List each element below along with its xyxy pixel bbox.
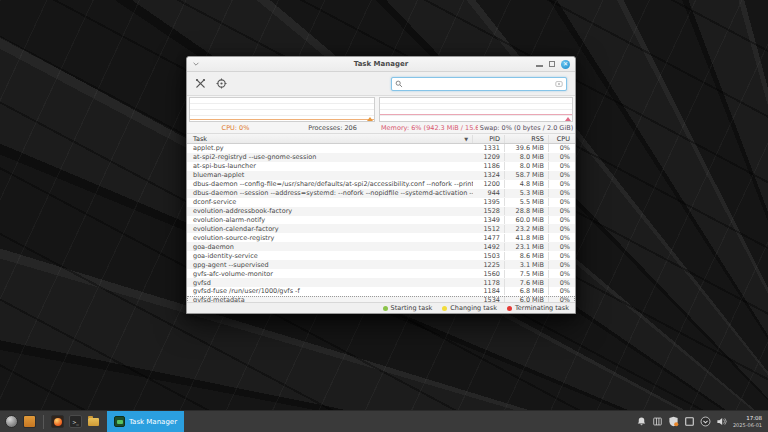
task-manager-app-icon (114, 416, 125, 427)
cell-rss: 7.6 MiB (505, 279, 549, 287)
status-circle-icon[interactable] (700, 416, 711, 427)
terminating-task-dot-icon (507, 306, 512, 311)
table-row[interactable]: gvfsd11787.6 MiB0% (187, 278, 575, 287)
identify-window-icon[interactable] (216, 78, 227, 89)
cell-cpu: 0% (549, 180, 575, 188)
close-button[interactable]: ✕ (561, 60, 570, 69)
cell-pid: 1512 (473, 225, 505, 233)
table-row[interactable]: gvfs-afc-volume-monitor15607.5 MiB0% (187, 269, 575, 278)
cell-task: applet.py (187, 144, 473, 152)
cell-task: evolution-alarm-notify (187, 216, 473, 224)
table-row[interactable]: dconf-service13955.5 MiB0% (187, 198, 575, 207)
cell-cpu: 0% (549, 270, 575, 278)
cell-task: evolution-addressbook-factory (187, 207, 473, 215)
minimize-button[interactable] (536, 65, 543, 67)
desktop: Task Manager ✕ (0, 0, 768, 432)
cell-cpu: 0% (549, 207, 575, 215)
cell-pid: 1200 (473, 180, 505, 188)
cell-cpu: 0% (549, 189, 575, 197)
table-row[interactable]: evolution-alarm-notify134960.0 MiB0% (187, 216, 575, 225)
cell-task: goa-identity-service (187, 252, 473, 260)
swap-stat-label: Swap: 0% (0 bytes / 2.0 GiB) (478, 124, 575, 132)
legend-starting-task: Starting task (383, 304, 433, 312)
cell-task: at-spi-bus-launcher (187, 162, 473, 170)
terminal-icon[interactable]: >_ (69, 415, 82, 428)
table-row[interactable]: evolution-addressbook-factory152828.8 Mi… (187, 207, 575, 216)
memory-usage-line (380, 114, 572, 115)
table-row[interactable]: blueman-applet132458.7 MiB0% (187, 171, 575, 180)
cell-rss: 3.1 MiB (505, 261, 549, 269)
process-table-body: applet.py133139.6 MiB0%at-spi2-registryd… (187, 144, 575, 302)
cell-pid: 1209 (473, 153, 505, 161)
cell-task: gvfsd (187, 279, 473, 287)
cell-task: at-spi2-registryd --use-gnome-session (187, 153, 473, 161)
cell-cpu: 0% (549, 162, 575, 170)
taskbar-window-button[interactable]: Task Manager (107, 411, 184, 432)
table-row[interactable]: at-spi-bus-launcher11868.0 MiB0% (187, 162, 575, 171)
clear-search-icon[interactable] (555, 80, 563, 88)
update-shield-icon[interactable] (668, 416, 679, 427)
table-row[interactable]: gvfsd-fuse /run/user/1000/gvfs -f11846.8… (187, 287, 575, 296)
cell-rss: 39.6 MiB (505, 144, 549, 152)
cell-task: gvfsd-fuse /run/user/1000/gvfs -f (187, 287, 473, 295)
table-row[interactable]: goa-identity-service15038.6 MiB0% (187, 251, 575, 260)
table-row[interactable]: dbus-daemon --session --address=systemd:… (187, 189, 575, 198)
cell-task: evolution-source-registry (187, 234, 473, 242)
search-box[interactable] (391, 77, 567, 91)
table-row[interactable]: at-spi2-registryd --use-gnome-session120… (187, 153, 575, 162)
table-header: Task ▼ PID RSS CPU (187, 133, 575, 144)
memory-stat-label: Memory: 6% (942.3 MiB / 15.6 GiB) (381, 124, 478, 132)
column-header-pid[interactable]: PID (473, 135, 505, 143)
cell-rss: 23.2 MiB (505, 225, 549, 233)
volume-icon[interactable] (716, 416, 727, 427)
cell-rss: 4.8 MiB (505, 180, 549, 188)
cell-cpu: 0% (549, 198, 575, 206)
cpu-usage-line (190, 119, 374, 120)
clock[interactable]: 17:08 2025-06-01 (731, 415, 768, 428)
table-row[interactable]: dbus-daemon --config-file=/usr/share/def… (187, 180, 575, 189)
firefox-icon[interactable] (51, 415, 64, 428)
task-column-label: Task (193, 135, 207, 143)
task-manager-window: Task Manager ✕ (186, 56, 576, 314)
column-header-cpu[interactable]: CPU (549, 135, 575, 143)
file-manager-icon[interactable] (87, 415, 100, 428)
window-menu-chevron-icon[interactable] (192, 60, 200, 68)
cell-task: dbus-daemon --config-file=/usr/share/def… (187, 180, 473, 188)
legend-terminating-task: Terminating task (507, 304, 569, 312)
cell-task: blueman-applet (187, 171, 473, 179)
clock-date: 2025-06-01 (733, 422, 762, 429)
cell-task: dbus-daemon --session --address=systemd:… (187, 189, 473, 197)
cpu-stat-label: CPU: 0% (187, 124, 284, 132)
cell-cpu: 0% (549, 243, 575, 251)
cell-rss: 5.5 MiB (505, 198, 549, 206)
table-row[interactable]: applet.py133139.6 MiB0% (187, 144, 575, 153)
table-row[interactable]: goa-daemon149223.1 MiB0% (187, 242, 575, 251)
table-row[interactable]: gpg-agent --supervised12253.1 MiB0% (187, 260, 575, 269)
cell-cpu: 0% (549, 153, 575, 161)
cell-pid: 1184 (473, 287, 505, 295)
cell-cpu: 0% (549, 287, 575, 295)
search-icon (395, 80, 403, 88)
package-manager-icon[interactable] (652, 416, 663, 427)
cell-pid: 1395 (473, 198, 505, 206)
column-header-task[interactable]: Task ▼ (187, 135, 473, 143)
cell-task: dconf-service (187, 198, 473, 206)
system-tray (636, 416, 731, 427)
maximize-button[interactable] (549, 61, 555, 67)
orange-app-launcher-icon[interactable] (23, 415, 36, 428)
cell-cpu: 0% (549, 252, 575, 260)
settings-tools-icon[interactable] (195, 78, 206, 89)
column-header-rss[interactable]: RSS (505, 135, 549, 143)
workspace-window-icon[interactable] (684, 416, 695, 427)
titlebar[interactable]: Task Manager ✕ (187, 57, 575, 72)
table-row[interactable]: evolution-source-registry147741.8 MiB0% (187, 233, 575, 242)
menu-button[interactable] (5, 415, 18, 428)
cell-task: gpg-agent --supervised (187, 261, 473, 269)
cell-rss: 8.0 MiB (505, 153, 549, 161)
notifications-bell-icon[interactable] (636, 416, 647, 427)
stats-row: CPU: 0% Processes: 206 Memory: 6% (942.3… (187, 123, 575, 133)
search-input[interactable] (406, 80, 552, 88)
sort-descending-icon[interactable]: ▼ (464, 136, 468, 142)
table-row[interactable]: evolution-calendar-factory151223.2 MiB0% (187, 224, 575, 233)
cell-pid: 1324 (473, 171, 505, 179)
